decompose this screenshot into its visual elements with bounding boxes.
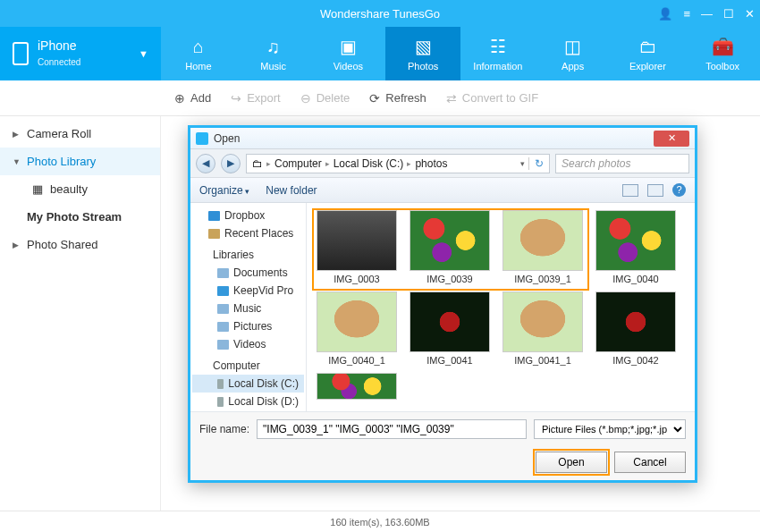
sidebar-photo-shared[interactable]: ▶Photo Shared (0, 231, 160, 258)
toolbar: ⊕Add ↪Export ⊖Delete ⟳Refresh ⇄Convert t… (0, 80, 760, 116)
thumbnail (317, 373, 397, 400)
side-documents[interactable]: Documents (192, 264, 304, 282)
side-computer[interactable]: Computer (192, 357, 304, 375)
nav-toolbox[interactable]: 🧰Toolbox (685, 27, 760, 80)
apps-icon: ◫ (564, 36, 581, 57)
file-item[interactable]: IMG_0041 (407, 291, 493, 366)
thumbnail (410, 291, 490, 352)
chevron-down-icon: ▼ (139, 48, 148, 59)
side-libraries[interactable]: Libraries (192, 246, 304, 264)
minimize-icon[interactable]: — (701, 7, 713, 21)
side-music[interactable]: Music (192, 300, 304, 317)
side-recent[interactable]: Recent Places (192, 224, 304, 242)
file-item[interactable] (314, 373, 400, 402)
sidebar-camera-roll[interactable]: ▶Camera Roll (0, 120, 160, 148)
dialog-app-icon (196, 132, 208, 145)
convert-gif-button[interactable]: ⇄Convert to GIF (446, 91, 538, 106)
minus-icon: ⊖ (300, 91, 311, 106)
refresh-icon[interactable]: ↻ (528, 157, 544, 170)
pictures-folder-icon (217, 322, 229, 332)
breadcrumb[interactable]: 🗀 ▸ Computer ▸ Local Disk (C:) ▸ photos … (246, 154, 550, 173)
photo-icon: ▧ (415, 36, 432, 57)
maximize-icon[interactable]: ☐ (723, 7, 734, 21)
dialog-close-button[interactable]: ✕ (654, 131, 689, 147)
file-item[interactable]: IMG_0003 (314, 210, 400, 284)
new-folder-button[interactable]: New folder (266, 184, 317, 197)
home-icon: ⌂ (193, 37, 204, 57)
folder-icon: 🗀 (252, 157, 263, 170)
filetype-select[interactable]: Picture Files (*.bmp;*.jpg;*.jpeg (534, 419, 686, 439)
nav-home[interactable]: ⌂Home (161, 27, 236, 80)
back-button[interactable]: ◀ (196, 154, 215, 173)
file-item[interactable]: IMG_0040_1 (314, 291, 400, 366)
thumbnail (595, 291, 676, 352)
sidebar-photo-library[interactable]: ▼Photo Library (0, 148, 160, 175)
nav-photos[interactable]: ▧Photos (385, 27, 460, 80)
album-icon: ▦ (32, 182, 43, 196)
device-selector[interactable]: iPhone Connected ▼ (0, 27, 161, 80)
open-button[interactable]: Open (536, 452, 607, 473)
music-icon: ♫ (266, 37, 280, 57)
sidebar-photo-stream[interactable]: My Photo Stream (0, 203, 160, 231)
navbar: iPhone Connected ▼ ⌂Home ♫Music ▣Videos … (0, 27, 760, 80)
documents-icon (217, 268, 229, 278)
sidebar-beauty[interactable]: ▦beaulty (0, 175, 160, 203)
dropbox-icon (208, 211, 220, 221)
file-grid[interactable]: IMG_0003 IMG_0039 IMG_0039_1 IMG_0040 IM… (307, 203, 695, 410)
dialog-body: Dropbox Recent Places Libraries Document… (190, 203, 695, 411)
nav-videos[interactable]: ▣Videos (311, 27, 386, 80)
file-item[interactable]: IMG_0040 (593, 210, 679, 284)
dialog-bottom: File name: Picture Files (*.bmp;*.jpg;*.… (190, 411, 695, 480)
view-mode-button[interactable] (622, 184, 638, 197)
folder-icon: 🗀 (638, 37, 656, 57)
video-icon: ▣ (340, 36, 357, 57)
device-status: Connected (38, 57, 80, 67)
side-videos[interactable]: Videos (192, 335, 304, 353)
thumbnail (317, 210, 397, 271)
dialog-side-nav: Dropbox Recent Places Libraries Document… (190, 203, 307, 411)
recent-icon (208, 229, 220, 239)
search-input[interactable]: Search photos (555, 154, 689, 173)
app-title: Wondershare TunesGo (320, 7, 440, 21)
add-button[interactable]: ⊕Add (174, 91, 211, 106)
caret-icon: ▶ (13, 241, 20, 249)
side-pictures[interactable]: Pictures (192, 317, 304, 335)
export-button[interactable]: ↪Export (231, 91, 281, 106)
side-dropbox[interactable]: Dropbox (192, 207, 304, 224)
dropdown-icon[interactable]: ▾ (520, 159, 525, 168)
nav-explorer[interactable]: 🗀Explorer (611, 27, 686, 80)
file-open-dialog: Open ✕ ◀ ▶ 🗀 ▸ Computer ▸ Local Disk (C:… (188, 125, 697, 483)
organize-menu[interactable]: Organize (199, 184, 249, 197)
preview-pane-button[interactable] (647, 184, 663, 197)
nav-apps[interactable]: ◫Apps (536, 27, 611, 80)
side-keepvid[interactable]: KeepVid Pro (192, 282, 304, 300)
refresh-button[interactable]: ⟳Refresh (369, 91, 426, 106)
delete-button[interactable]: ⊖Delete (300, 91, 350, 106)
status-bar: 160 item(s), 163.60MB (0, 511, 760, 532)
thumbnail (410, 210, 490, 271)
menu-icon[interactable]: ≡ (683, 7, 690, 21)
close-icon[interactable]: ✕ (745, 7, 755, 21)
filename-label: File name: (199, 423, 249, 435)
keepvid-icon (217, 286, 229, 296)
titlebar: Wondershare TunesGo 👤 ≡ — ☐ ✕ (0, 0, 760, 27)
help-icon[interactable]: ? (672, 183, 686, 197)
file-item[interactable]: IMG_0042 (593, 291, 679, 366)
disk-icon (217, 397, 224, 407)
nav-music[interactable]: ♫Music (236, 27, 311, 80)
file-item[interactable]: IMG_0041_1 (500, 291, 586, 366)
filename-input[interactable] (257, 419, 527, 439)
nav-items: ⌂Home ♫Music ▣Videos ▧Photos ☷Informatio… (161, 27, 760, 80)
side-disk-c[interactable]: Local Disk (C:) (192, 375, 304, 393)
side-disk-d[interactable]: Local Disk (D:) (192, 393, 304, 410)
user-icon[interactable]: 👤 (658, 7, 672, 21)
file-item[interactable]: IMG_0039_1 (500, 210, 586, 284)
sidebar: ▶Camera Roll ▼Photo Library ▦beaulty My … (0, 116, 161, 511)
cancel-button[interactable]: Cancel (614, 452, 686, 473)
nav-information[interactable]: ☷Information (460, 27, 536, 80)
dialog-titlebar: Open ✕ (190, 128, 695, 149)
forward-button[interactable]: ▶ (221, 154, 241, 173)
thumbnail (595, 210, 676, 271)
file-item[interactable]: IMG_0039 (407, 210, 493, 284)
videos-folder-icon (217, 340, 229, 350)
